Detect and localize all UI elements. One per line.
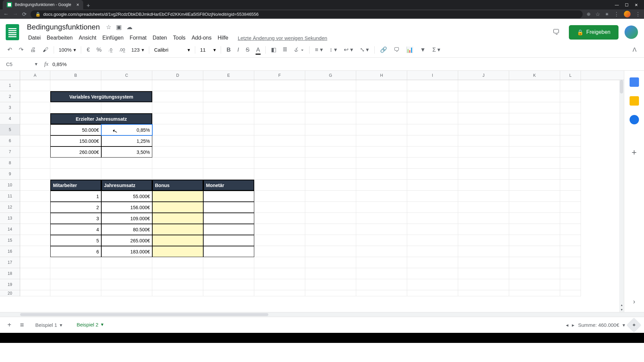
col-header[interactable]: D <box>152 71 203 80</box>
tab-scroll-left-icon[interactable]: ◂ <box>566 322 569 328</box>
comments-button[interactable]: 🗨 <box>549 25 563 39</box>
browser-overflow-icon[interactable]: ⋮ <box>635 11 641 17</box>
collapse-side-icon[interactable]: › <box>633 298 635 305</box>
print-icon[interactable]: 🖨 <box>28 45 39 55</box>
cell[interactable] <box>152 191 203 202</box>
cell[interactable]: 109.000€ <box>101 213 152 224</box>
h-align-button[interactable]: ≡ ▾ <box>312 44 326 55</box>
cell[interactable] <box>203 224 254 235</box>
cell[interactable]: 3,50% <box>101 146 152 158</box>
sheet-tab-active[interactable]: Beispiel 2▾ <box>71 318 109 332</box>
row-header[interactable]: 2 <box>0 91 20 102</box>
menu-help[interactable]: Hilfe <box>215 34 231 42</box>
paint-format-icon[interactable]: 🖌 <box>40 45 51 55</box>
add-sheet-button[interactable]: + <box>5 318 14 331</box>
row-header[interactable]: 9 <box>0 169 20 180</box>
close-icon[interactable]: × <box>76 2 79 7</box>
cell[interactable]: 5 <box>50 235 101 246</box>
redo-icon[interactable]: ↷ <box>16 44 26 55</box>
close-window-icon[interactable]: ✕ <box>635 3 638 7</box>
row-header[interactable]: 20 <box>0 290 20 296</box>
cell[interactable] <box>203 246 254 257</box>
browser-tab[interactable]: Bedingungsfunktionen - Google × <box>3 0 83 9</box>
forward-icon[interactable]: → <box>13 11 18 17</box>
col-header[interactable]: B <box>50 71 101 80</box>
cloud-status-icon[interactable]: ☁ <box>126 23 132 31</box>
cell[interactable]: 50.000€ <box>50 124 101 135</box>
menu-view[interactable]: Ansicht <box>76 34 99 42</box>
emp-header[interactable]: Mitarbeiter <box>50 180 101 191</box>
cell[interactable] <box>152 202 203 213</box>
menu-tools[interactable]: Tools <box>170 34 188 42</box>
row-header[interactable]: 4 <box>0 113 20 124</box>
cell[interactable]: 183.000€ <box>101 246 152 257</box>
sheet-tab[interactable]: Beispiel 1▾ <box>30 319 68 331</box>
cell[interactable]: 260.000€ <box>50 146 101 158</box>
sheets-logo-icon[interactable] <box>3 23 21 41</box>
col-header[interactable]: J <box>458 71 509 80</box>
calendar-icon[interactable] <box>630 77 639 87</box>
url-input[interactable]: 🔒 docs.google.com/spreadsheets/d/1vg2Rcd… <box>31 10 583 18</box>
menu-addons[interactable]: Add-ons <box>189 34 214 42</box>
zoom-icon[interactable]: ⊕ <box>587 11 591 17</box>
fill-color-button[interactable]: ◧ <box>268 44 279 55</box>
cell[interactable] <box>203 213 254 224</box>
keep-icon[interactable] <box>630 96 639 106</box>
add-addon-icon[interactable]: + <box>632 147 637 158</box>
filter-button[interactable]: ▼ <box>417 45 428 55</box>
emp-header[interactable]: Bonus <box>152 180 203 191</box>
browser-menu-icon[interactable]: ⋮ <box>614 11 619 17</box>
col-header[interactable]: K <box>509 71 560 80</box>
cell[interactable] <box>203 202 254 213</box>
status-sum[interactable]: Summe: 460.000€ <box>578 322 619 328</box>
increase-decimal-button[interactable]: .00̲ <box>116 45 128 54</box>
cell-selected[interactable]: 0,85%↖ <box>101 124 152 135</box>
row-header[interactable]: 6 <box>0 135 20 146</box>
insert-comment-button[interactable]: 🗨 <box>391 45 402 55</box>
insert-link-button[interactable]: 🔗 <box>377 44 390 55</box>
col-header[interactable]: E <box>203 71 254 80</box>
undo-icon[interactable]: ↶ <box>5 44 15 55</box>
zoom-select[interactable]: 100%▾ <box>57 47 78 53</box>
cell-subtitle[interactable]: Erzielter Jahresumsatz <box>50 113 152 124</box>
text-rotate-button[interactable]: ⤡ ▾ <box>357 44 372 55</box>
formula-value[interactable]: 0,85% <box>52 61 67 67</box>
cell[interactable] <box>152 224 203 235</box>
account-avatar[interactable] <box>625 25 638 39</box>
cell[interactable] <box>203 235 254 246</box>
col-header[interactable]: A <box>20 71 50 80</box>
cell[interactable]: 156.000€ <box>101 202 152 213</box>
star-icon[interactable]: ☆ <box>595 11 600 17</box>
menu-edit[interactable]: Bearbeiten <box>44 34 75 42</box>
row-header[interactable]: 10 <box>0 180 20 191</box>
row-header[interactable]: 15 <box>0 235 20 246</box>
cell[interactable]: 80.500€ <box>101 224 152 235</box>
select-all-corner[interactable] <box>0 71 20 80</box>
col-header[interactable]: G <box>305 71 356 80</box>
italic-button[interactable]: I <box>235 45 242 55</box>
strikethrough-button[interactable]: S <box>243 45 252 55</box>
row-header[interactable]: 1 <box>0 80 20 91</box>
maximize-icon[interactable]: ☐ <box>625 3 629 7</box>
col-header[interactable]: H <box>356 71 407 80</box>
borders-button[interactable]: 𝄜 <box>280 45 289 55</box>
star-outline-icon[interactable]: ☆ <box>106 23 111 31</box>
row-header[interactable]: 7 <box>0 146 20 158</box>
minimize-icon[interactable]: — <box>615 3 619 7</box>
row-header[interactable]: 14 <box>0 224 20 235</box>
tab-scroll-right-icon[interactable]: ▸ <box>572 322 575 328</box>
cell[interactable]: 4 <box>50 224 101 235</box>
bold-button[interactable]: B <box>224 45 233 55</box>
share-button[interactable]: 🔒 Freigeben <box>569 25 619 40</box>
cell[interactable]: 1,25% <box>101 135 152 146</box>
menu-file[interactable]: Datei <box>25 34 43 42</box>
cell[interactable]: 265.000€ <box>101 235 152 246</box>
new-tab-button[interactable]: + <box>83 2 94 9</box>
extensions-icon[interactable]: ✴ <box>605 11 609 17</box>
cell[interactable] <box>152 213 203 224</box>
font-size-select[interactable]: 11▾ <box>198 47 218 53</box>
cell[interactable]: 2 <box>50 202 101 213</box>
back-icon[interactable]: ← <box>3 11 9 17</box>
vertical-scrollbar[interactable]: ▴ ▾ <box>619 80 624 312</box>
percent-button[interactable]: % <box>94 45 104 55</box>
